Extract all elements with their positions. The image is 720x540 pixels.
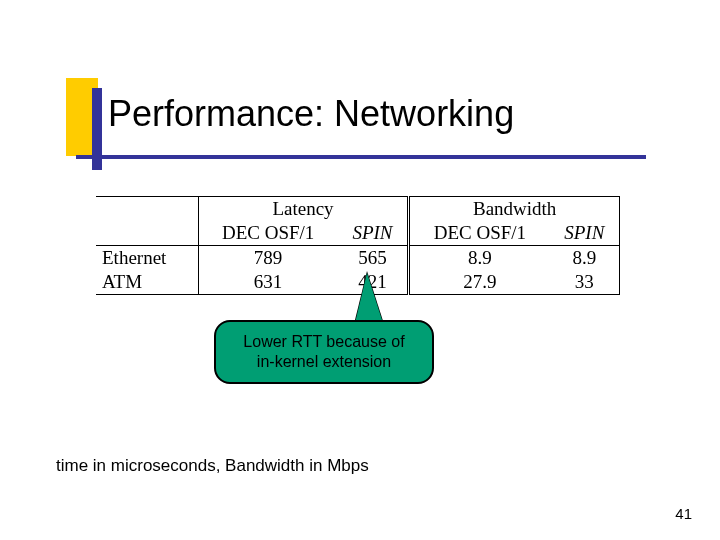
table-row: Ethernet 789 565 8.9 8.9 — [96, 246, 620, 271]
cell-latency-spin: 565 — [338, 246, 409, 271]
cell-latency-dec: 789 — [198, 246, 337, 271]
row-label: Ethernet — [96, 246, 198, 271]
col-header-latency-spin: SPIN — [338, 221, 409, 246]
callout-line: in-kernel extension — [243, 352, 404, 372]
slide: Performance: Networking Latency Bandwidt… — [0, 0, 720, 540]
title-underline — [76, 155, 646, 159]
table-corner-blank — [96, 221, 198, 246]
cell-bandwidth-dec: 27.9 — [409, 270, 550, 295]
row-label: ATM — [96, 270, 198, 295]
page-title: Performance: Networking — [108, 94, 514, 134]
footnote: time in microseconds, Bandwidth in Mbps — [56, 456, 369, 476]
callout-bubble: Lower RTT because of in-kernel extension — [214, 320, 434, 384]
table-corner-blank — [96, 197, 198, 222]
page-number: 41 — [675, 505, 692, 522]
col-header-bandwidth-spin: SPIN — [550, 221, 620, 246]
group-header-bandwidth: Bandwidth — [409, 197, 620, 222]
group-header-latency: Latency — [198, 197, 409, 222]
col-header-bandwidth-dec: DEC OSF/1 — [409, 221, 550, 246]
callout-line: Lower RTT because of — [243, 332, 404, 352]
col-header-latency-dec: DEC OSF/1 — [198, 221, 337, 246]
cell-bandwidth-spin: 8.9 — [550, 246, 620, 271]
cell-bandwidth-dec: 8.9 — [409, 246, 550, 271]
cell-latency-dec: 631 — [198, 270, 337, 295]
cell-bandwidth-spin: 33 — [550, 270, 620, 295]
